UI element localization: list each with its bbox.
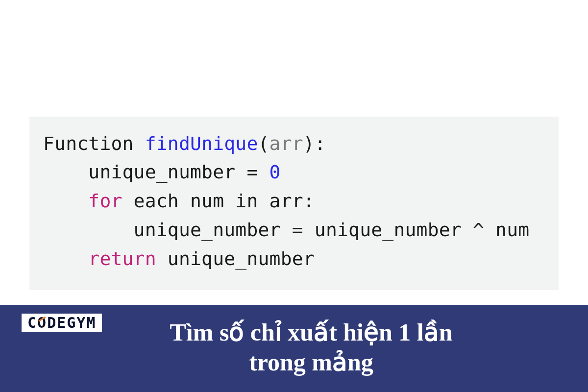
code-number-zero: 0	[270, 161, 281, 183]
logo-text-accent: O	[37, 315, 47, 331]
banner-title: Tìm số chỉ xuất hiện 1 lần trong mảng	[170, 318, 452, 377]
code-arg: arr	[270, 133, 303, 154]
code-keyword-for: for	[43, 190, 122, 212]
code-keyword-function: Function	[43, 133, 134, 154]
code-paren-open: (	[258, 133, 269, 154]
banner-title-line-2: trong mảng	[170, 347, 452, 377]
logo-text-after: DEGYM	[47, 314, 96, 331]
code-line-4: unique_number = unique_number ^ num	[43, 219, 529, 241]
code-keyword-return: return	[43, 248, 156, 270]
code-line-2: unique_number =	[43, 161, 270, 183]
code-function-name: findUnique	[134, 133, 258, 154]
banner-title-line-1: Tìm số chỉ xuất hiện 1 lần	[170, 318, 452, 347]
code-paren-close: ):	[303, 133, 326, 154]
banner: CODEGYM Tìm số chỉ xuất hiện 1 lần trong…	[0, 305, 588, 392]
logo-codegym: CODEGYM	[22, 314, 102, 332]
upper-area: Function findUnique(arr): unique_number …	[0, 0, 588, 305]
code-line-3-rest: each num in arr:	[122, 190, 315, 212]
code-line-5-rest: unique_number	[156, 248, 315, 270]
logo-text-before: C	[27, 314, 37, 331]
code-block: Function findUnique(arr): unique_number …	[29, 117, 559, 290]
